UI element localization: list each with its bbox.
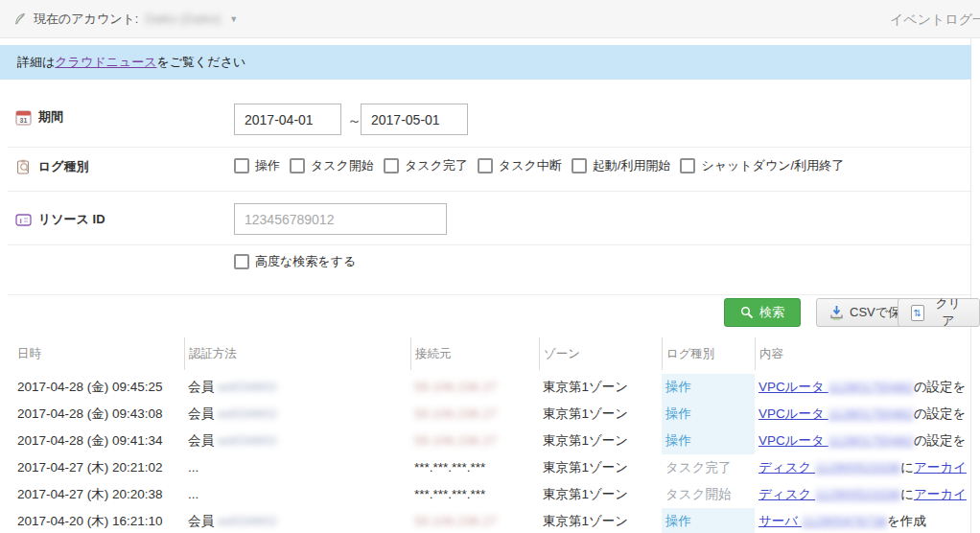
separator <box>8 147 970 148</box>
checkbox[interactable] <box>384 158 399 174</box>
cell-log-type: 操作 <box>662 428 755 454</box>
auth-label: 会員 <box>188 433 214 448</box>
content-id-blurred: 112900476738 <box>802 514 887 528</box>
top-bar: 現在のアカウント: Daiko (Daiko) ▼ <box>0 0 980 38</box>
checkbox[interactable] <box>680 158 695 174</box>
checkbox[interactable] <box>290 158 305 174</box>
clear-button[interactable]: ⇅ クリア <box>898 298 980 327</box>
auth-id-blurred: wd034802 <box>214 433 277 448</box>
logtype-label: ログ種別 <box>15 158 89 175</box>
clear-refresh-icon: ⇅ <box>911 305 924 321</box>
cell-source: 59.106.236.27 <box>410 374 539 401</box>
content-text: に <box>900 487 914 501</box>
cell-datetime: 2017-04-28 (金) 09:43:08 <box>13 401 184 428</box>
content-text: の設定を <box>914 433 967 448</box>
auth-label: ... <box>188 487 198 501</box>
account-label: 現在のアカウント: <box>34 11 138 28</box>
cell-zone: 東京第1ゾーン <box>539 374 662 401</box>
cell-log-type: 操作 <box>662 508 755 533</box>
logtype-checkbox-0[interactable]: 操作 <box>234 157 280 174</box>
cell-content: VPCルータ 112801750482の設定を <box>755 428 980 454</box>
checkbox-label: タスク開始 <box>311 157 374 174</box>
content-resource-link[interactable]: VPCルータ <box>758 406 828 421</box>
table-row: 2017-04-28 (金) 09:45:25会員 wd03480259.106… <box>0 374 980 401</box>
notice-prefix: 詳細は <box>17 55 55 69</box>
cell-zone: 東京第1ゾーン <box>539 454 662 481</box>
notice-bar: 詳細はクラウドニュースをご覧ください <box>0 45 971 80</box>
logtype-checkbox-3[interactable]: タスク中断 <box>478 157 562 174</box>
calendar-icon: 31 <box>15 109 32 126</box>
cell-auth-method: 会員 wd034802 <box>184 428 410 454</box>
logtype-checkbox-2[interactable]: タスク完了 <box>384 157 468 174</box>
table-header-row: 日時認証方法接続元ゾーンログ種別内容 <box>0 337 980 370</box>
cell-content: ディスク 112900523336にアーカイ <box>755 481 980 508</box>
separator <box>8 294 970 295</box>
cell-content: VPCルータ 112801750482の設定を <box>755 374 980 401</box>
source-ip: 59.106.236.27 <box>414 433 497 448</box>
column-header: ゾーン <box>539 337 662 370</box>
clear-button-label: クリア <box>930 295 967 330</box>
content-resource-link[interactable]: サーバ <box>758 514 802 528</box>
content-resource-link[interactable]: アーカイ <box>914 487 967 501</box>
checkbox-label: タスク中断 <box>499 157 562 174</box>
cell-datetime: 2017-04-27 (木) 20:21:02 <box>13 454 184 481</box>
checkbox[interactable] <box>478 158 493 174</box>
column-header: 日時 <box>13 337 184 370</box>
column-header: 内容 <box>755 337 980 370</box>
checkbox[interactable] <box>234 158 249 174</box>
table-row: 2017-04-27 (木) 20:20:38...***.***.***.**… <box>0 481 980 508</box>
cell-content: サーバ 112900476738を作成 <box>755 508 980 533</box>
auth-id-blurred: wd034802 <box>214 380 277 394</box>
cell-log-type: 操作 <box>662 401 755 428</box>
source-ip: 59.106.236.27 <box>414 406 497 421</box>
event-log-page: 現在のアカウント: Daiko (Daiko) ▼ イベントログ一覧 詳細はクラ… <box>0 0 980 533</box>
content-resource-link[interactable]: VPCルータ <box>758 380 828 394</box>
quill-icon <box>13 12 27 26</box>
column-header: ログ種別 <box>662 337 755 370</box>
logtype-checkbox-row: 操作タスク開始タスク完了タスク中断起動/利用開始シャットダウン/利用終了 <box>234 157 844 174</box>
notice-suffix: をご覧ください <box>156 55 245 69</box>
cell-datetime: 2017-04-28 (金) 09:45:25 <box>13 374 184 401</box>
account-selector[interactable]: 現在のアカウント: Daiko (Daiko) ▼ <box>13 11 238 28</box>
cell-log-type: 操作 <box>662 374 755 401</box>
cell-zone: 東京第1ゾーン <box>539 508 662 533</box>
table-row: 2017-04-28 (金) 09:43:08会員 wd03480259.106… <box>0 401 980 428</box>
content-resource-link[interactable]: ディスク <box>758 487 815 501</box>
cell-auth-method: ... <box>184 454 410 481</box>
cell-zone: 東京第1ゾーン <box>539 401 662 428</box>
source-ip: ***.***.***.*** <box>414 460 485 475</box>
svg-text:i: i <box>19 216 21 224</box>
content-resource-link[interactable]: VPCルータ <box>758 433 828 448</box>
auth-label: 会員 <box>188 380 214 394</box>
content-text: の設定を <box>914 406 967 421</box>
cell-datetime: 2017-04-28 (金) 09:41:34 <box>13 428 184 454</box>
content-text: の設定を <box>914 380 967 394</box>
cell-datetime: 2017-04-20 (木) 16:21:10 <box>13 508 184 533</box>
chevron-down-icon: ▼ <box>229 14 238 24</box>
checkbox[interactable] <box>572 158 587 174</box>
content-text: を作成 <box>887 514 926 528</box>
period-to-input[interactable] <box>361 104 468 135</box>
table-row: 2017-04-28 (金) 09:41:34会員 wd03480259.106… <box>0 428 980 454</box>
content-resource-link[interactable]: ディスク <box>758 460 815 475</box>
checkbox-label: シャットダウン/利用終了 <box>701 157 844 174</box>
resource-id-input[interactable] <box>234 203 447 235</box>
table-row: 2017-04-27 (木) 20:21:02...***.***.***.**… <box>0 454 980 481</box>
period-from-input[interactable] <box>234 104 341 135</box>
table-body: 2017-04-28 (金) 09:45:25会員 wd03480259.106… <box>0 374 980 533</box>
cell-source: 59.106.236.27 <box>410 428 539 454</box>
source-ip: 59.106.236.27 <box>414 514 497 528</box>
checkbox[interactable] <box>234 254 249 269</box>
advanced-search-checkbox[interactable]: 高度な検索をする <box>234 253 356 270</box>
cell-auth-method: ... <box>184 481 410 508</box>
csv-download-icon <box>829 305 844 320</box>
logtype-checkbox-4[interactable]: 起動/利用開始 <box>572 157 671 174</box>
cloud-news-link[interactable]: クラウドニュース <box>55 55 156 69</box>
logtype-checkbox-1[interactable]: タスク開始 <box>290 157 374 174</box>
content-resource-link[interactable]: アーカイ <box>914 460 967 475</box>
search-button[interactable]: 検索 <box>724 298 801 327</box>
logtype-label-text: ログ種別 <box>38 158 89 175</box>
logtype-checkbox-5[interactable]: シャットダウン/利用終了 <box>680 157 844 174</box>
checkbox-label: 起動/利用開始 <box>593 157 671 174</box>
auth-label: 会員 <box>188 406 214 421</box>
